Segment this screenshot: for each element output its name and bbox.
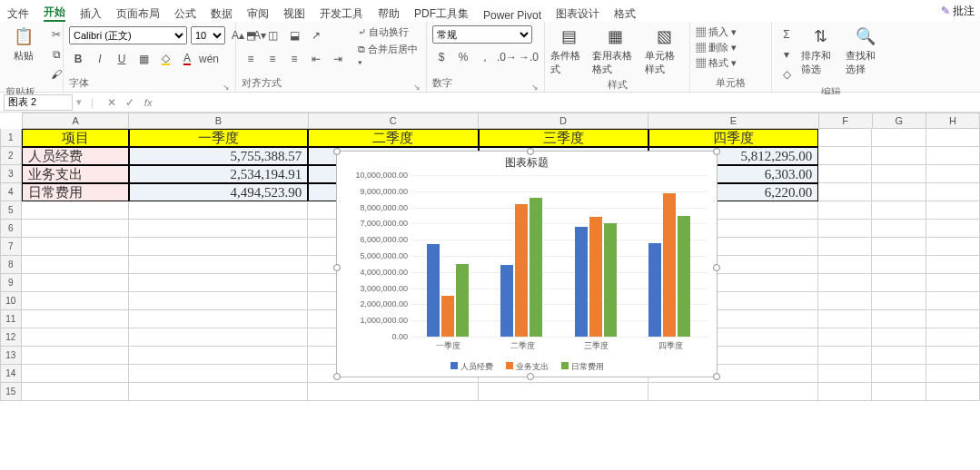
- col-header-D[interactable]: D: [479, 113, 648, 129]
- tab-8[interactable]: 开发工具: [320, 6, 363, 22]
- cell[interactable]: [22, 328, 129, 347]
- chart-bar[interactable]: [678, 216, 690, 337]
- row-header[interactable]: 8: [0, 256, 22, 274]
- cell[interactable]: [22, 256, 129, 274]
- cell[interactable]: [479, 383, 648, 401]
- row-header[interactable]: 6: [0, 220, 22, 238]
- cell[interactable]: [818, 365, 872, 383]
- phonetic-button[interactable]: wén: [200, 50, 218, 68]
- cell[interactable]: [926, 238, 980, 256]
- font-size-select[interactable]: 10: [191, 26, 225, 44]
- tab-7[interactable]: 视图: [283, 6, 305, 22]
- orientation-icon[interactable]: ↗: [307, 26, 325, 44]
- align-top-icon[interactable]: ⬒: [242, 26, 260, 44]
- cell[interactable]: [818, 347, 872, 365]
- cell[interactable]: 三季度: [479, 129, 648, 147]
- cell[interactable]: 2,534,194.91: [129, 165, 308, 183]
- resize-handle[interactable]: [713, 148, 720, 155]
- row-header[interactable]: 3: [0, 165, 22, 183]
- cell[interactable]: 5,755,388.57: [129, 147, 308, 165]
- legend-item[interactable]: 人员经费: [450, 361, 493, 373]
- comments-button[interactable]: 批注: [941, 4, 975, 19]
- percent-icon[interactable]: %: [454, 48, 472, 66]
- dec-decimal-icon[interactable]: →.0: [520, 48, 538, 66]
- comma-icon[interactable]: ,: [476, 48, 494, 66]
- tab-12[interactable]: 图表设计: [556, 6, 599, 22]
- col-header-G[interactable]: G: [873, 113, 926, 129]
- col-header-B[interactable]: B: [129, 113, 308, 129]
- fx-icon[interactable]: fx: [144, 97, 153, 108]
- cell[interactable]: [818, 165, 872, 183]
- dialog-launcher-icon[interactable]: ↘: [223, 83, 230, 92]
- tab-13[interactable]: 格式: [614, 6, 636, 22]
- resize-handle[interactable]: [333, 148, 341, 155]
- chart-bar[interactable]: [441, 296, 454, 337]
- resize-handle[interactable]: [527, 148, 534, 155]
- chart-bar[interactable]: [427, 244, 440, 337]
- cell[interactable]: [129, 256, 308, 274]
- cell[interactable]: [872, 310, 926, 328]
- col-header-C[interactable]: C: [309, 113, 479, 129]
- cell[interactable]: [872, 201, 926, 220]
- row-header[interactable]: 13: [0, 347, 22, 365]
- format-cells-button[interactable]: ▦ 格式 ▾: [696, 56, 737, 70]
- cell[interactable]: [129, 383, 308, 401]
- cell[interactable]: [818, 310, 872, 328]
- cell[interactable]: [926, 328, 980, 347]
- chart-bar[interactable]: [500, 265, 513, 337]
- fill-color-button[interactable]: ◇: [156, 50, 174, 68]
- enter-icon[interactable]: ✓: [121, 93, 139, 112]
- cell[interactable]: [308, 383, 478, 401]
- cell[interactable]: [818, 256, 872, 274]
- embedded-chart[interactable]: 图表标题 0.001,000,000.002,000,000.003,000,0…: [336, 151, 718, 377]
- cell[interactable]: 项目: [22, 129, 129, 147]
- chart-bar[interactable]: [575, 227, 588, 337]
- cell[interactable]: [872, 292, 926, 310]
- cell[interactable]: 人员经费: [22, 147, 129, 165]
- wrap-text-button[interactable]: ⤶ 自动换行: [358, 25, 421, 39]
- align-left-icon[interactable]: ≡: [242, 50, 260, 68]
- cell[interactable]: [129, 238, 308, 256]
- cell[interactable]: [872, 365, 926, 383]
- format-painter-icon[interactable]: 🖌: [47, 65, 65, 83]
- cell[interactable]: [22, 274, 129, 292]
- col-header-A[interactable]: A: [22, 113, 129, 129]
- cell[interactable]: [129, 274, 308, 292]
- resize-handle[interactable]: [713, 264, 720, 271]
- align-right-icon[interactable]: ≡: [285, 50, 303, 68]
- cell[interactable]: [129, 201, 308, 220]
- col-header-F[interactable]: F: [819, 113, 873, 129]
- cell[interactable]: [818, 129, 872, 147]
- cell[interactable]: 4,494,523.90: [129, 183, 308, 201]
- col-header-E[interactable]: E: [648, 113, 818, 129]
- clear-icon[interactable]: ◇: [777, 65, 796, 83]
- tab-0[interactable]: 文件: [7, 6, 29, 22]
- font-color-button[interactable]: A: [178, 50, 196, 68]
- dialog-launcher-icon[interactable]: ↘: [413, 83, 421, 92]
- merge-center-button[interactable]: ⧉ 合并后居中 ▾: [358, 43, 421, 68]
- tab-11[interactable]: Power Pivot: [483, 9, 541, 22]
- cell[interactable]: [22, 365, 129, 383]
- formula-input[interactable]: [157, 94, 980, 111]
- cell[interactable]: [872, 274, 926, 292]
- font-name-select[interactable]: Calibri (正文): [69, 26, 187, 44]
- align-middle-icon[interactable]: ◫: [263, 26, 282, 44]
- conditional-format-button[interactable]: ▤条件格式: [550, 25, 587, 76]
- legend-item[interactable]: 业务支出: [506, 361, 549, 373]
- cell[interactable]: [872, 165, 926, 183]
- cell[interactable]: [926, 129, 980, 147]
- format-table-button[interactable]: ▦套用表格格式: [592, 25, 639, 76]
- resize-handle[interactable]: [333, 264, 341, 271]
- chart-bar[interactable]: [589, 217, 602, 337]
- cell[interactable]: [129, 292, 308, 310]
- cell[interactable]: [926, 347, 980, 365]
- cell[interactable]: [818, 292, 872, 310]
- cell[interactable]: [872, 328, 926, 347]
- cell[interactable]: [926, 274, 980, 292]
- cell[interactable]: [22, 238, 129, 256]
- cell[interactable]: [648, 383, 818, 401]
- cell[interactable]: [22, 347, 129, 365]
- cell[interactable]: [129, 328, 308, 347]
- chart-bar[interactable]: [530, 198, 542, 337]
- delete-cells-button[interactable]: ▦ 删除 ▾: [696, 41, 737, 54]
